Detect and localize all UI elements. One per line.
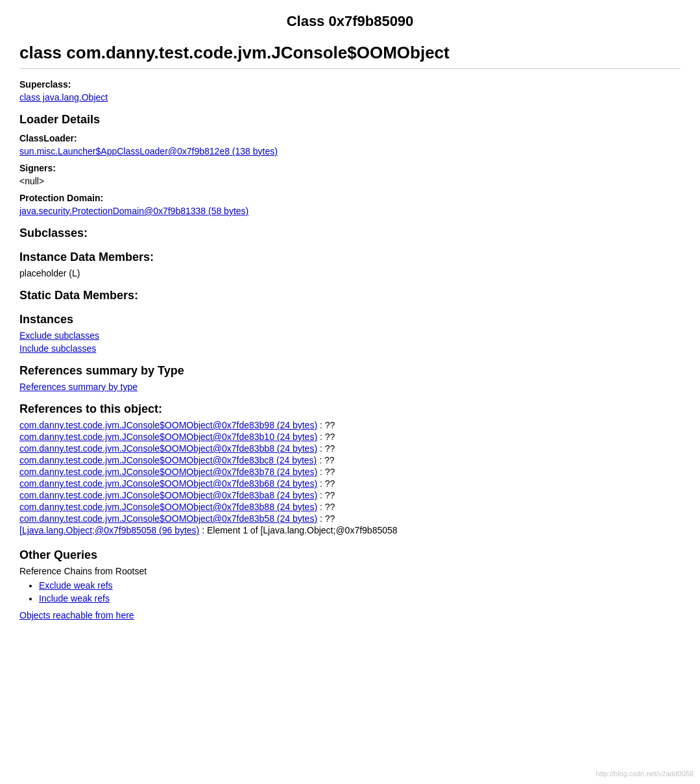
superclass-link[interactable]: class java.lang.Object [19, 92, 108, 103]
subclasses-section: Subclasses: [19, 227, 681, 240]
reference-suffix: : ?? [317, 455, 334, 465]
reference-item: com.danny.test.code.jvm.JConsole$OOMObje… [19, 490, 681, 500]
reference-link[interactable]: com.danny.test.code.jvm.JConsole$OOMObje… [19, 513, 317, 524]
reference-item: com.danny.test.code.jvm.JConsole$OOMObje… [19, 432, 681, 442]
reference-link[interactable]: com.danny.test.code.jvm.JConsole$OOMObje… [19, 432, 317, 442]
reference-link[interactable]: com.danny.test.code.jvm.JConsole$OOMObje… [19, 467, 317, 477]
references-summary-heading: References summary by Type [19, 364, 681, 378]
ref-chains-list: Exclude weak refs Include weak refs [19, 580, 681, 604]
classloader-label: ClassLoader: [19, 133, 681, 143]
static-data-members-heading: Static Data Members: [19, 289, 681, 302]
instance-data-members-heading: Instance Data Members: [19, 251, 681, 264]
reference-item: com.danny.test.code.jvm.JConsole$OOMObje… [19, 467, 681, 477]
reference-item: com.danny.test.code.jvm.JConsole$OOMObje… [19, 443, 681, 454]
exclude-weak-refs-item: Exclude weak refs [39, 580, 681, 591]
static-data-members-section: Static Data Members: [19, 289, 681, 302]
reference-suffix: : ?? [317, 513, 335, 524]
reference-item: [Ljava.lang.Object;@0x7f9b85058 (96 byte… [19, 525, 681, 535]
reference-suffix: : ?? [317, 432, 335, 442]
reference-item: com.danny.test.code.jvm.JConsole$OOMObje… [19, 455, 681, 465]
instances-heading: Instances [19, 313, 681, 326]
reference-link[interactable]: [Ljava.lang.Object;@0x7f9b85058 (96 byte… [19, 525, 199, 535]
reference-suffix: : ?? [317, 490, 335, 500]
reference-suffix: : ?? [317, 502, 335, 512]
reference-link[interactable]: com.danny.test.code.jvm.JConsole$OOMObje… [19, 443, 317, 454]
exclude-subclasses-link[interactable]: Exclude subclasses [19, 330, 681, 341]
superclass-heading: Superclass: [19, 79, 681, 90]
references-summary-section: References summary by Type References su… [19, 364, 681, 392]
reference-suffix: : ?? [317, 443, 335, 454]
instance-data-members-value: placeholder (L) [19, 268, 681, 278]
include-weak-refs-item: Include weak refs [39, 593, 681, 604]
reference-suffix: : Element 1 of [Ljava.lang.Object;@0x7f9… [199, 525, 397, 535]
class-name: class com.danny.test.code.jvm.JConsole$O… [19, 43, 681, 69]
reference-link[interactable]: com.danny.test.code.jvm.JConsole$OOMObje… [19, 455, 317, 465]
protection-domain-label: Protection Domain: [19, 193, 681, 203]
reference-suffix: : ?? [317, 420, 335, 430]
page-title: Class 0x7f9b85090 [19, 13, 681, 30]
include-subclasses-link[interactable]: Include subclasses [19, 343, 681, 354]
loader-details-section: Loader Details ClassLoader: sun.misc.Lau… [19, 113, 681, 216]
reference-item: com.danny.test.code.jvm.JConsole$OOMObje… [19, 513, 681, 524]
subclasses-heading: Subclasses: [19, 227, 681, 240]
reference-link[interactable]: com.danny.test.code.jvm.JConsole$OOMObje… [19, 478, 317, 489]
exclude-weak-refs-link[interactable]: Exclude weak refs [39, 580, 113, 591]
include-weak-refs-link[interactable]: Include weak refs [39, 593, 110, 604]
references-to-object-heading: References to this object: [19, 402, 681, 416]
references-list: com.danny.test.code.jvm.JConsole$OOMObje… [19, 420, 681, 535]
other-queries-heading: Other Queries [19, 548, 681, 562]
reference-item: com.danny.test.code.jvm.JConsole$OOMObje… [19, 420, 681, 430]
signers-label: Signers: [19, 163, 681, 173]
reference-item: com.danny.test.code.jvm.JConsole$OOMObje… [19, 502, 681, 512]
superclass-section: Superclass: class java.lang.Object [19, 79, 681, 103]
reference-link[interactable]: com.danny.test.code.jvm.JConsole$OOMObje… [19, 420, 317, 430]
objects-reachable-link[interactable]: Objects reachable from here [19, 610, 134, 620]
instances-section: Instances Exclude subclasses Include sub… [19, 313, 681, 354]
reference-suffix: : ?? [317, 478, 335, 489]
references-to-object-section: References to this object: com.danny.tes… [19, 402, 681, 535]
reference-suffix: : ?? [317, 467, 335, 477]
reference-link[interactable]: com.danny.test.code.jvm.JConsole$OOMObje… [19, 490, 317, 500]
references-summary-link[interactable]: References summary by type [19, 382, 138, 392]
reference-item: com.danny.test.code.jvm.JConsole$OOMObje… [19, 478, 681, 489]
reference-link[interactable]: com.danny.test.code.jvm.JConsole$OOMObje… [19, 502, 317, 512]
protection-domain-link[interactable]: java.security.ProtectionDomain@0x7f9b813… [19, 206, 248, 216]
instance-data-members-section: Instance Data Members: placeholder (L) [19, 251, 681, 278]
other-queries-section: Other Queries Reference Chains from Root… [19, 548, 681, 620]
signers-value: <null> [19, 176, 681, 186]
loader-details-heading: Loader Details [19, 113, 681, 127]
ref-chains-label: Reference Chains from Rootset [19, 566, 681, 576]
classloader-link[interactable]: sun.misc.Launcher$AppClassLoader@0x7f9b8… [19, 146, 278, 156]
